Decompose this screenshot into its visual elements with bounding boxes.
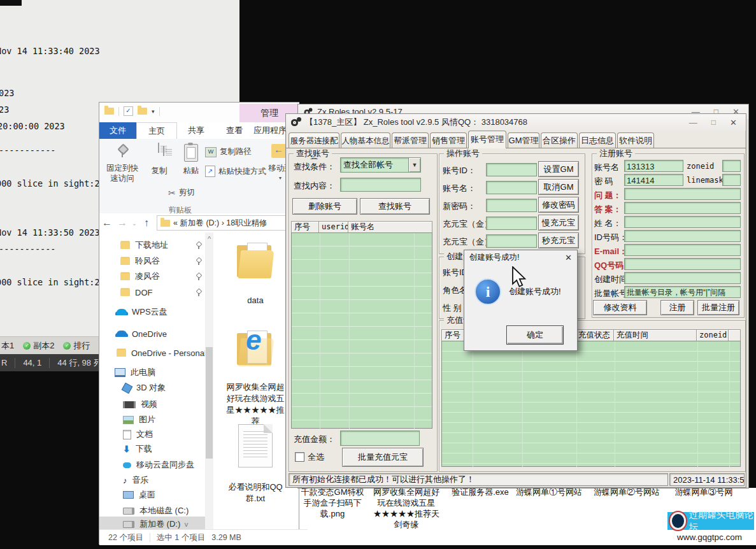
scrollbar-thumb[interactable] <box>206 347 213 459</box>
sidebar-item[interactable]: 凌风谷 <box>120 269 160 283</box>
slow-recharge-button[interactable]: 慢充元宝 <box>538 215 579 231</box>
change-password-button[interactable]: 修改密码 <box>538 197 579 213</box>
recharge-records-table[interactable] <box>441 341 741 467</box>
reg-password-input[interactable]: 141414 <box>624 174 683 186</box>
tab-server-config[interactable]: 服务器连接配置 <box>289 132 339 148</box>
editor-tab[interactable]: ✓排行 <box>63 340 90 352</box>
account-name-input[interactable] <box>486 181 537 194</box>
reg-qq-input[interactable] <box>624 258 741 270</box>
scroll-up-icon[interactable]: ^ <box>205 235 213 243</box>
sidebar-item[interactable]: WPS云盘 <box>117 305 168 319</box>
close-icon[interactable]: ✕ <box>565 253 572 262</box>
sidebar-item[interactable]: DOF <box>120 285 152 299</box>
sidebar-item[interactable]: 本地磁盘 (C:) <box>123 504 189 518</box>
tab-view[interactable]: 查看 <box>215 122 253 139</box>
reg-batch-input[interactable]: 批量帐号目录，帐号用“|”间隔 <box>624 286 741 298</box>
tab-file[interactable]: 文件 <box>99 122 136 139</box>
reg-answer-input[interactable] <box>624 202 741 214</box>
tab-sales-manage[interactable]: 销售管理 <box>430 132 467 148</box>
find-content-input[interactable] <box>340 178 421 192</box>
back-arrow-icon[interactable]: ← <box>99 217 115 229</box>
register-button[interactable]: 注册 <box>660 300 694 315</box>
sidebar-item[interactable]: 桌面 <box>123 488 155 502</box>
file-item-folder[interactable]: data <box>225 241 286 306</box>
sidebar-item[interactable]: ⬇下载 <box>123 442 152 456</box>
column-header[interactable]: zoneid <box>697 329 729 341</box>
copy-button[interactable]: 复制 <box>145 143 173 176</box>
tab-software-info[interactable]: 软件说明 <box>617 132 654 148</box>
pin-to-quick-access-button[interactable]: 固定到快 速访问 <box>102 143 143 183</box>
folder-icon[interactable] <box>104 108 114 115</box>
copy-path-button[interactable]: W 复制路径 <box>205 146 252 157</box>
find-account-button[interactable]: 查找账号 <box>360 198 430 215</box>
tab-account-manage[interactable]: 账号管理 <box>468 131 506 148</box>
chevron-down-icon[interactable]: v <box>182 520 190 528</box>
sidebar-item[interactable]: OneDrive - Personal <box>117 346 206 360</box>
sidebar-item[interactable]: OneDrive <box>117 327 167 341</box>
editor-tab[interactable]: ✓副本2 <box>23 340 54 352</box>
cut-button[interactable]: ✂ 剪切 <box>168 187 195 198</box>
column-header[interactable]: 序号 <box>291 221 319 233</box>
sidebar-item[interactable]: 聆风谷 <box>120 254 160 268</box>
sidebar-item[interactable]: 图片 <box>123 413 155 427</box>
sidebar-item[interactable]: ♪音乐 <box>123 473 149 487</box>
new-folder-icon[interactable] <box>138 108 147 115</box>
zoneid-input[interactable] <box>722 160 741 172</box>
fast-recharge-button[interactable]: 秒充元宝 <box>538 232 579 248</box>
sidebar-item-selected[interactable]: 新加卷 (D:)v <box>99 517 205 529</box>
reg-idnumber-input[interactable] <box>624 230 741 242</box>
reg-email-input[interactable] <box>624 244 741 256</box>
ok-button[interactable]: 确定 <box>506 325 564 345</box>
combobox-dropdown-icon[interactable]: ▼ <box>408 158 420 172</box>
sidebar-item[interactable]: 此电脑 <box>115 366 155 380</box>
sidebar-item[interactable]: 3D 对象 <box>123 381 166 395</box>
minimize-button[interactable]: — <box>689 118 697 127</box>
tab-home[interactable]: 主页 <box>136 122 177 139</box>
column-header[interactable]: 充值时间 <box>614 329 697 341</box>
paste-button[interactable]: 粘贴 <box>176 141 206 176</box>
account-id-input[interactable] <box>486 163 537 176</box>
desktop-icon-label[interactable]: 网罗收集全网超好玩在线游戏五星★★★★★推荐天剑奇缘 <box>373 487 439 530</box>
address-bar[interactable]: « 新加卷 (D:) › 18职业精修 <box>157 215 297 231</box>
maximize-button[interactable]: □ <box>711 118 716 127</box>
column-header[interactable]: 充值状态 <box>576 329 614 341</box>
reg-account-input[interactable]: 131313 <box>624 160 683 172</box>
editor-tab[interactable]: 本1 <box>1 340 14 352</box>
sidebar-item[interactable]: 文档 <box>123 427 153 441</box>
file-item-text[interactable]: 必看说明和QQ群.txt <box>225 424 286 504</box>
properties-check-icon[interactable]: ✓ <box>124 106 133 116</box>
sidebar-item[interactable]: 下载地址 <box>120 238 168 252</box>
tab-log-info[interactable]: 日志信息 <box>579 132 616 148</box>
tab-guild-manage[interactable]: 帮派管理 <box>392 132 429 148</box>
tab-merge-zone[interactable]: 合区操作 <box>541 132 578 148</box>
paste-shortcut-button[interactable]: ↗ 粘贴快捷方式 <box>205 166 266 177</box>
desktop-icon-label[interactable]: 千款变态GM特权手游盒子扫码下载.png <box>299 487 366 519</box>
tab-share[interactable]: 共享 <box>177 122 215 139</box>
batch-recharge-button[interactable]: 批量充值元宝 <box>342 448 424 467</box>
find-results-table[interactable] <box>291 232 432 429</box>
reg-question-input[interactable] <box>624 188 741 200</box>
recent-locations-icon[interactable]: ⌄ <box>130 220 139 227</box>
linemask-input[interactable] <box>722 174 741 186</box>
tab-character-info[interactable]: 人物基本信息 <box>341 132 390 148</box>
tab-gm-manage[interactable]: GM管理 <box>508 132 539 148</box>
recharge-gold-input2[interactable] <box>486 234 537 248</box>
reg-name-input[interactable] <box>624 216 741 228</box>
modify-profile-button[interactable]: 修改资料 <box>593 300 647 315</box>
batch-register-button[interactable]: 批量注册 <box>697 300 739 315</box>
reg-createtime-input[interactable] <box>624 272 741 284</box>
set-gm-button[interactable]: 设置GM <box>538 161 579 177</box>
column-header[interactable]: userid <box>319 221 348 233</box>
forward-arrow-icon[interactable]: → <box>115 217 130 229</box>
cancel-gm-button[interactable]: 取消GM <box>538 179 579 195</box>
sidebar-item[interactable]: 视频 <box>123 397 157 411</box>
recharge-gold-input[interactable] <box>486 217 537 230</box>
qat-dropdown-icon[interactable]: ▾ <box>152 108 155 115</box>
select-all-checkbox[interactable] <box>295 452 304 462</box>
column-header-blank[interactable] <box>729 329 741 341</box>
delete-account-button[interactable]: 删除账号 <box>292 198 357 215</box>
file-item-ie-folder[interactable]: e 网罗收集全网超好玩在线游戏五星★★★★★推荐 <box>225 329 286 427</box>
recharge-amount-input[interactable] <box>340 431 420 446</box>
up-arrow-icon[interactable]: ↑ <box>139 217 154 229</box>
column-header[interactable]: 账号名 <box>348 221 432 233</box>
